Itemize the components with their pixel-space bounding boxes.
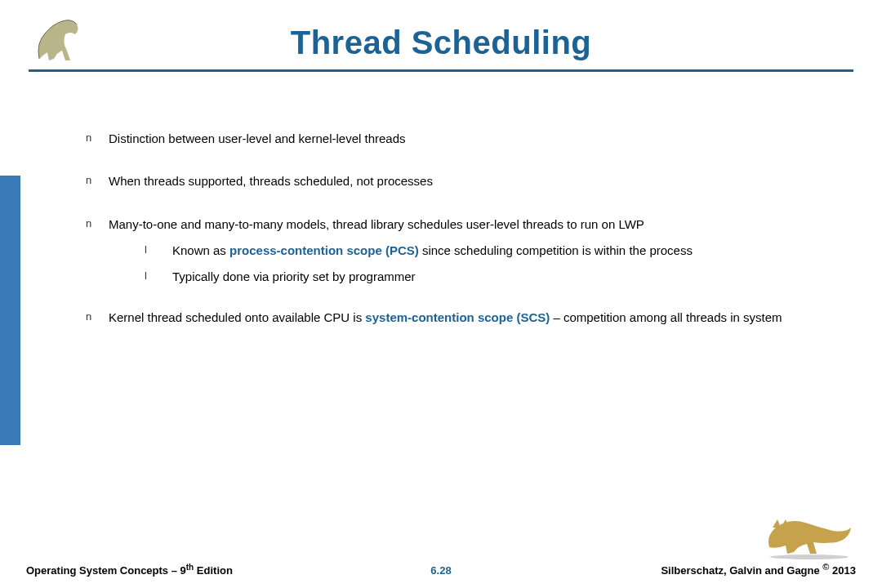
bullet-text: Distinction between user-level and kerne… [109,131,849,147]
bullet-item: n Many-to-one and many-to-many models, t… [86,216,849,286]
sub-bullet-item: l Known as process-contention scope (PCS… [145,243,849,259]
text-run: – competition among all threads in syste… [550,310,782,324]
sub-bullet-text: Known as process-contention scope (PCS) … [172,243,849,259]
footer-book-title-a: Operating System Concepts – 9 [26,564,186,577]
footer-right: Silberschatz, Galvin and Gagne © 2013 [661,562,856,577]
term-scs: system-contention scope (SCS) [365,310,550,324]
title-underline [29,69,853,72]
bullet-text: Kernel thread scheduled onto available C… [109,310,849,326]
svg-point-0 [770,555,849,559]
bullet-glyph-lvl2: l [145,243,172,257]
content-area: n Distinction between user-level and ker… [86,131,849,353]
bullet-glyph-lvl2: l [145,269,172,283]
bullet-glyph-lvl1: n [86,131,109,145]
title-area: Thread Scheduling [0,0,882,72]
bullet-glyph-lvl1: n [86,310,109,324]
dinosaur-bottom-icon [764,511,854,560]
bullet-item: n When threads supported, threads schedu… [86,173,849,189]
footer-left: Operating System Concepts – 9th Edition [26,563,233,577]
bullet-glyph-lvl1: n [86,216,109,231]
text-run: since scheduling competition is within t… [419,243,693,257]
bullet-item: n Kernel thread scheduled onto available… [86,310,849,326]
footer-page-number: 6.28 [430,564,451,577]
footer: Operating System Concepts – 9th Edition … [0,562,882,577]
text-run: Kernel thread scheduled onto available C… [109,310,365,324]
footer-book-title-b: Edition [194,564,233,577]
bullet-item: n Distinction between user-level and ker… [86,131,849,147]
left-accent-bar [0,176,20,445]
footer-ordinal: th [186,563,194,572]
term-pcs: process-contention scope (PCS) [229,243,419,257]
text-run: Known as [172,243,229,257]
footer-year: 2013 [829,564,856,577]
bullet-text-run: Many-to-one and many-to-many models, thr… [109,217,644,231]
bullet-text: Many-to-one and many-to-many models, thr… [109,216,849,286]
bullet-glyph-lvl1: n [86,173,109,188]
sub-bullet-text: Typically done via priority set by progr… [172,269,849,285]
bullet-text: When threads supported, threads schedule… [109,173,849,189]
footer-authors: Silberschatz, Galvin and Gagne [661,564,822,577]
slide-title: Thread Scheduling [0,24,882,61]
sub-bullet-item: l Typically done via priority set by pro… [145,269,849,285]
